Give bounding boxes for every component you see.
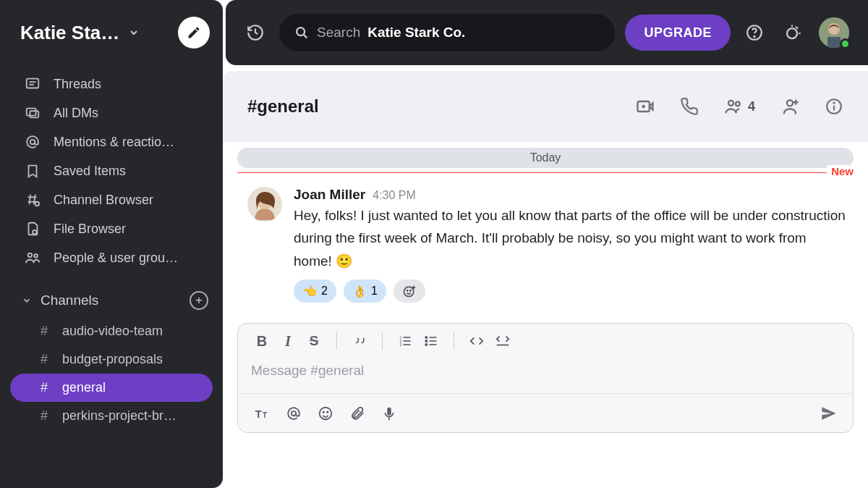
- toggle-formatting-button[interactable]: TT: [251, 403, 273, 424]
- channel-title[interactable]: #general: [247, 96, 319, 117]
- svg-rect-21: [827, 37, 841, 48]
- emoji-button[interactable]: [315, 403, 336, 424]
- message-author[interactable]: Joan Miller: [294, 187, 365, 203]
- svg-point-10: [35, 202, 39, 206]
- svg-point-35: [404, 287, 413, 296]
- help-button[interactable]: [741, 19, 768, 46]
- blockquote-button[interactable]: [349, 330, 370, 352]
- new-messages-divider: New: [237, 172, 854, 182]
- svg-point-55: [292, 411, 296, 415]
- search-label: Search: [317, 25, 360, 41]
- svg-rect-4: [30, 111, 38, 117]
- search-bar[interactable]: Search Katie Stark Co.: [279, 14, 615, 51]
- code-block-button[interactable]: [492, 330, 514, 352]
- add-reaction-button[interactable]: [393, 279, 425, 303]
- attach-button[interactable]: [346, 403, 368, 424]
- channel-item[interactable]: #budget-proposals: [10, 345, 213, 374]
- italic-button[interactable]: I: [277, 330, 299, 352]
- bullet-list-button[interactable]: [420, 330, 442, 352]
- workspace-name: Katie Sta…: [20, 22, 119, 44]
- composer-input-wrap: [238, 358, 853, 393]
- channel-item[interactable]: #audio-video-team: [10, 317, 213, 345]
- mention-button[interactable]: [283, 403, 305, 424]
- message-text: Hey, folks! I just wanted to let you all…: [294, 204, 846, 272]
- main-panel: Search Katie Stark Co. UPGRADE #general …: [223, 0, 868, 488]
- channels-label: Channels: [41, 293, 98, 308]
- bold-button[interactable]: B: [251, 330, 273, 352]
- channel-name: general: [62, 380, 106, 395]
- whatsnew-button[interactable]: [778, 19, 806, 46]
- nav-all-dms[interactable]: All DMs: [0, 98, 223, 127]
- composer-input[interactable]: [251, 363, 840, 379]
- topbar: Search Katie Stark Co. UPGRADE: [226, 0, 868, 65]
- separator: [382, 332, 383, 350]
- code-button[interactable]: [466, 330, 488, 352]
- reaction-pill[interactable]: 👌1: [344, 279, 386, 303]
- channel-name: budget-proposals: [62, 352, 163, 367]
- nav-mentions[interactable]: Mentions & reactio…: [0, 127, 223, 156]
- hash-icon: #: [41, 408, 52, 424]
- svg-line-15: [304, 35, 307, 38]
- compose-button[interactable]: [178, 17, 210, 49]
- separator: [454, 332, 454, 350]
- nav-label: Mentions & reactio…: [54, 135, 174, 150]
- message-body: Joan Miller 4:30 PM Hey, folks! I just w…: [294, 187, 846, 303]
- svg-point-50: [425, 340, 427, 342]
- svg-point-14: [297, 28, 305, 35]
- history-button[interactable]: [242, 19, 269, 46]
- upgrade-button[interactable]: UPGRADE: [625, 14, 731, 51]
- svg-rect-3: [27, 109, 36, 116]
- nav-label: Saved Items: [54, 164, 126, 179]
- ordered-list-button[interactable]: 123: [394, 330, 416, 352]
- channel-actions: 4: [635, 96, 843, 117]
- svg-point-5: [30, 140, 35, 144]
- call-button[interactable]: [680, 97, 699, 116]
- channel-browser-icon: [25, 192, 41, 208]
- people-icon: [25, 250, 41, 266]
- nav-channel-browser[interactable]: Channel Browser: [0, 185, 223, 214]
- nav-label: File Browser: [54, 222, 126, 237]
- nav-label: Threads: [54, 77, 101, 92]
- nav-threads[interactable]: Threads: [0, 70, 223, 98]
- sidebar: Katie Sta… Threads All DMs Mentions & re…: [0, 0, 223, 488]
- add-channel-button[interactable]: +: [190, 291, 208, 310]
- svg-point-51: [425, 344, 427, 346]
- svg-point-36: [407, 290, 407, 291]
- reactions: 👈2 👌1: [294, 279, 846, 303]
- svg-point-26: [736, 102, 740, 106]
- svg-point-49: [425, 337, 427, 339]
- svg-point-27: [787, 100, 793, 106]
- svg-point-11: [33, 230, 37, 235]
- workspace-switcher[interactable]: Katie Sta…: [20, 22, 140, 44]
- composer-actions: TT: [238, 393, 853, 432]
- user-avatar[interactable]: [819, 17, 849, 48]
- add-video-button[interactable]: [635, 96, 655, 117]
- reaction-pill[interactable]: 👈2: [294, 279, 336, 303]
- message-avatar[interactable]: [247, 187, 282, 222]
- date-label: Today: [530, 151, 561, 164]
- nav-people[interactable]: People & user grou…: [0, 243, 223, 272]
- message-time: 4:30 PM: [373, 189, 416, 202]
- bookmark-icon: [25, 163, 41, 179]
- nav-saved[interactable]: Saved Items: [0, 156, 223, 185]
- add-people-button[interactable]: [780, 96, 800, 117]
- svg-text:T: T: [263, 411, 268, 418]
- svg-text:3: 3: [400, 342, 402, 347]
- channel-item[interactable]: #perkins-project-br…: [10, 402, 213, 430]
- reaction-count: 2: [321, 285, 328, 298]
- channel-name: audio-video-team: [62, 324, 163, 339]
- members-button[interactable]: 4: [723, 96, 755, 117]
- nav-file-browser[interactable]: File Browser: [0, 214, 223, 243]
- reaction-emoji: 👈: [302, 285, 317, 298]
- send-button[interactable]: [818, 403, 840, 424]
- file-browser-icon: [25, 221, 41, 237]
- strike-button[interactable]: S: [303, 330, 325, 352]
- svg-rect-0: [27, 79, 39, 88]
- channels-section-header[interactable]: Channels +: [0, 272, 223, 317]
- message-composer: B I S 123 TT: [237, 323, 854, 433]
- audio-button[interactable]: [378, 403, 400, 424]
- info-button[interactable]: [825, 97, 843, 116]
- channel-item-active[interactable]: #general: [10, 374, 213, 402]
- separator: [336, 332, 337, 350]
- message-item: Joan Miller 4:30 PM Hey, folks! I just w…: [223, 182, 868, 310]
